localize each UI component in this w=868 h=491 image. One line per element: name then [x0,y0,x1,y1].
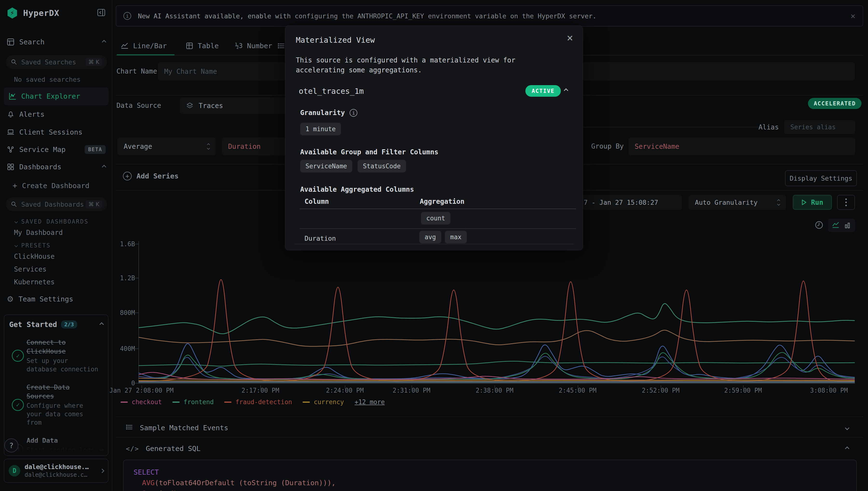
sidebar-item-client-sessions[interactable]: Client Sessions [7,127,106,138]
granularity-header: Granularity i [300,109,357,117]
user-name: dale@clickhouse.… [25,463,89,470]
sidebar-item-team-settings[interactable]: ⚙ Team Settings [7,294,106,304]
saved-dashboards-placeholder: Saved Dashboards [21,201,84,208]
x-axis-tick-mark [345,385,345,389]
kbd-shortcut: ⌘ K [86,200,102,208]
aggregated-header: Available Aggregated Columns [300,185,414,194]
legend-item[interactable]: frontend [172,398,214,406]
search-icon [10,59,18,65]
chevron-up-icon[interactable] [99,322,104,326]
table-header-rule [300,209,576,209]
series-line-series-blue [139,344,855,379]
legend-swatch [224,402,232,403]
get-started-step-connect[interactable]: ✓ Connect to ClickHouse Set up your data… [9,338,103,374]
divider [116,437,863,437]
sidebar-item-services[interactable]: Services [14,265,47,273]
get-started-title: Get Started [9,320,57,329]
list-icon [277,42,285,50]
sidebar-item-clickhouse[interactable]: ClickHouse [14,253,55,260]
list-icon [126,424,133,432]
line-chart-toggle-icon[interactable] [832,221,840,229]
bar-chart-toggle-icon[interactable] [844,221,851,229]
app-root: ⚡ HyperDX Search Saved Searches ⌘ K No s… [0,0,868,491]
laptop-icon [7,128,14,136]
x-axis-tick-mark [142,385,142,389]
create-dashboard-button[interactable]: + Create Dashboard [12,180,111,191]
aggregation-value: Average [124,143,152,150]
legend-item[interactable]: currency [303,398,344,406]
select-caret-icon [778,200,780,205]
user-names: dale@clickhouse.… dale@clickhouse.c… [25,463,89,478]
x-axis-tick-mark [661,385,661,389]
chevron-up-icon[interactable] [102,40,106,44]
saved-dashboards-input[interactable]: Saved Dashboards ⌘ K [6,197,107,211]
get-started-step-sources[interactable]: ✓ Create Data Sources Configure where yo… [9,383,103,427]
saved-dashboards-group[interactable]: SAVED DASHBOARDS [15,218,89,225]
banner-close-icon[interactable]: × [851,11,856,21]
chevron-up-icon[interactable] [845,446,849,451]
step-title: Connect to ClickHouse [27,338,99,356]
get-started-step-add-data[interactable]: 3 Add Data Start sending logs, metrics, … [9,436,103,456]
help-button[interactable]: ? [4,438,18,453]
chevron-up-icon[interactable] [102,165,106,169]
sample-matched-events-section[interactable]: Sample Matched Events [116,419,863,436]
banner-text: New AI Assistant available, enable with … [138,12,597,20]
modal-bottom-rule [295,244,574,244]
no-saved-searches-label: No saved searches [14,76,81,83]
chevron-right-icon [100,468,104,473]
sidebar-item-alerts[interactable]: Alerts [7,109,106,120]
tab-line-bar[interactable]: Line/Bar [121,38,167,53]
sidebar-item-label: Chart Explorer [21,92,80,100]
generated-sql-section[interactable]: </> Generated SQL [116,440,863,457]
display-settings-button[interactable]: Display Settings [785,170,857,186]
sidebar: ⚡ HyperDX Search Saved Searches ⌘ K No s… [0,0,112,491]
legend-item[interactable]: fraud-detection [224,398,292,406]
app-title: HyperDX [23,8,59,18]
chevron-up-icon[interactable] [564,88,568,93]
group-by-input[interactable] [628,138,855,155]
x-axis: Jan 27 2:08:00 PM 2:17:00 PM 2:24:00 PM … [139,387,855,397]
kbd-shortcut: ⌘ K [86,58,102,66]
chart-canvas[interactable] [139,241,855,383]
run-button[interactable]: Run [793,195,832,210]
x-axis-tick-mark [743,385,744,389]
section-label: Sample Matched Events [140,424,228,432]
tab-table[interactable]: Table [186,38,219,53]
sidebar-item-my-dashboard[interactable]: My Dashboard [14,229,63,237]
granularity-value-tag: 1 minute [300,123,341,135]
sidebar-collapse-icon[interactable] [97,8,106,18]
clock-icon[interactable] [814,221,824,231]
aggregation-select[interactable]: Average [117,138,216,155]
granularity-select[interactable]: Auto Granularity [689,195,786,210]
data-source-value: Traces [199,102,223,110]
group-by-label: Group By [591,138,624,155]
date-range-input[interactable] [570,195,682,210]
more-options-button[interactable] [837,195,855,210]
chevron-down-icon[interactable] [845,426,849,430]
sidebar-item-search[interactable]: Search [7,37,106,47]
user-menu[interactable]: D dale@clickhouse.… dale@clickhouse.c… [4,459,109,483]
get-started-header[interactable]: Get Started 2/3 [9,320,103,329]
modal-close-icon[interactable]: × [567,33,573,43]
sidebar-item-chart-explorer[interactable]: Chart Explorer [4,87,109,105]
presets-group[interactable]: PRESETS [15,242,51,249]
legend-item[interactable]: checkout [121,398,162,406]
sidebar-item-dashboards[interactable]: Dashboards [7,162,106,172]
chart-explorer-icon [8,92,17,100]
info-icon[interactable]: i [350,109,357,117]
add-series-button[interactable]: + Add Series [123,172,179,180]
sidebar-item-kubernetes[interactable]: Kubernetes [14,278,55,286]
sidebar-item-service-map[interactable]: Service Map BETA [7,144,106,155]
tab-number[interactable]: ½3 Number [235,38,272,53]
table-row-rule [300,228,576,229]
legend-more-link[interactable]: +12 more [355,398,385,406]
add-series-label: Add Series [137,172,179,180]
tab-events-partial[interactable] [277,38,285,53]
group-filter-header: Available Group and Filter Columns [300,148,438,156]
table-header-aggregation: Aggregation [420,198,465,205]
tab-label: Line/Bar [133,42,167,50]
code-icon: </> [126,445,139,453]
saved-searches-input[interactable]: Saved Searches ⌘ K [6,55,107,69]
alias-input[interactable] [784,120,855,134]
sql-code-block[interactable]: SELECT AVG(toFloat64OrDefault (toString … [123,460,857,491]
